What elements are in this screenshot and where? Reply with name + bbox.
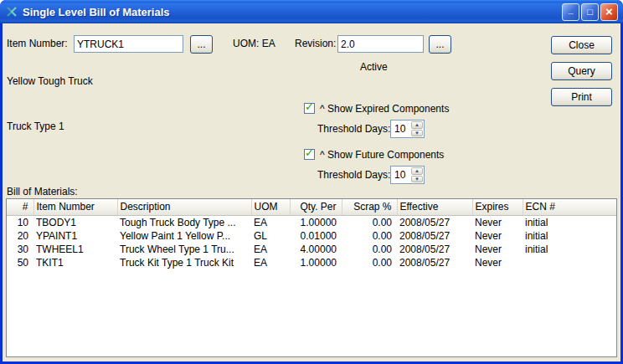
revision-input[interactable]	[337, 35, 424, 53]
future-threshold-label: Threshold Days:	[317, 169, 390, 181]
show-expired-label: ^ Show Expired Components	[320, 103, 449, 115]
bom-cell: Never	[472, 229, 523, 243]
bom-cell: 4.00000	[290, 243, 342, 256]
bom-section-label: Bill of Materials:	[7, 186, 78, 197]
titlebar[interactable]: Single Level Bill of Materials _ □ ×	[0, 0, 623, 23]
column-header[interactable]: #	[7, 199, 33, 215]
spin-up-icon[interactable]: ▲	[411, 121, 423, 129]
bom-cell: EA	[251, 256, 290, 269]
close-icon: ×	[605, 5, 613, 18]
bom-cell: 20	[7, 229, 33, 243]
maximize-button[interactable]: □	[581, 3, 599, 21]
bom-cell: EA	[251, 243, 290, 256]
maximize-icon: □	[587, 7, 593, 17]
column-header[interactable]: Qty. Per	[290, 199, 342, 215]
bom-cell: 2008/05/27	[397, 243, 472, 256]
bom-row[interactable]: 20YPAINT1Yellow Paint 1 Yellow P...GL0.0…	[7, 229, 616, 243]
spinner-buttons: ▲ ▼	[411, 167, 424, 183]
app-icon	[5, 5, 18, 18]
item-browse-button[interactable]: ...	[190, 35, 213, 54]
expired-threshold-label: Threshold Days:	[317, 123, 390, 135]
bom-cell: 0.00	[342, 229, 397, 243]
bom-cell: 2008/05/27	[397, 215, 472, 229]
print-button[interactable]: Print	[551, 88, 612, 106]
expired-threshold-value[interactable]: 10	[391, 120, 411, 137]
bom-cell: initial	[523, 243, 616, 256]
spin-down-icon[interactable]: ▼	[411, 130, 423, 137]
bom-cell: 0.00	[342, 243, 397, 256]
bom-cell: TWHEEL1	[33, 243, 117, 256]
column-header[interactable]: UOM	[251, 199, 290, 215]
column-header[interactable]: Expires	[472, 199, 523, 215]
close-window-button[interactable]: ×	[600, 3, 618, 21]
column-header[interactable]: Effective	[397, 199, 472, 215]
column-header[interactable]: Item Number	[33, 199, 117, 215]
bom-cell: 1.00000	[290, 256, 342, 269]
bom-window: Single Level Bill of Materials _ □ × Ite…	[0, 0, 623, 364]
show-future-label: ^ Show Future Components	[320, 149, 444, 161]
bom-row[interactable]: 30TWHEEL1Truck Wheel Type 1 Tru...EA4.00…	[7, 243, 616, 256]
query-button[interactable]: Query	[551, 62, 612, 80]
bom-cell: TKIT1	[33, 256, 117, 269]
close-button[interactable]: Close	[551, 36, 612, 54]
bom-table[interactable]: #Item NumberDescriptionUOMQty. PerScrap …	[6, 198, 617, 357]
checkmark-icon: ✓	[305, 146, 314, 159]
window-content: Item Number: ... UOM: EA Revision: ... A…	[3, 23, 620, 361]
future-threshold-value[interactable]: 10	[391, 167, 411, 183]
bom-cell: 2008/05/27	[397, 256, 472, 269]
bom-cell: 0.00	[342, 256, 397, 269]
expired-threshold-spinner[interactable]: 10 ▲ ▼	[390, 120, 425, 138]
bom-cell: initial	[523, 215, 616, 229]
bom-cell: 10	[7, 215, 33, 229]
future-threshold-spinner[interactable]: 10 ▲ ▼	[390, 166, 425, 184]
bom-cell: EA	[251, 215, 290, 229]
bom-cell: Truck Kit Type 1 Truck Kit	[117, 256, 251, 269]
minimize-button[interactable]: _	[562, 3, 579, 21]
spin-down-icon[interactable]: ▼	[411, 176, 423, 183]
bom-cell: initial	[523, 229, 616, 243]
item-number-label: Item Number:	[7, 38, 68, 49]
column-header[interactable]: Description	[117, 199, 251, 215]
bom-cell: 2008/05/27	[397, 229, 472, 243]
revision-browse-button[interactable]: ...	[429, 35, 451, 54]
revision-status-label: Active	[360, 61, 388, 73]
minimize-icon: _	[568, 4, 573, 14]
bom-cell: 0.01000	[290, 229, 342, 243]
window-title: Single Level Bill of Materials	[23, 6, 170, 18]
bom-cell: Yellow Paint 1 Yellow P...	[117, 229, 251, 243]
spin-up-icon[interactable]: ▲	[411, 167, 423, 175]
bom-cell	[523, 256, 616, 269]
item-type-label: Truck Type 1	[7, 120, 64, 132]
bom-row[interactable]: 10TBODY1Tough Truck Body Type ...EA1.000…	[7, 215, 616, 229]
column-header[interactable]: Scrap %	[342, 199, 397, 215]
bom-cell: GL	[251, 229, 290, 243]
revision-label: Revision:	[295, 38, 336, 49]
checkmark-icon: ✓	[305, 100, 314, 113]
bom-cell: 50	[7, 256, 33, 269]
bom-cell: Never	[472, 243, 523, 256]
bom-cell: 1.00000	[290, 215, 342, 229]
spinner-buttons: ▲ ▼	[411, 120, 424, 137]
bom-cell: 0.00	[342, 215, 397, 229]
bom-cell: 30	[7, 243, 33, 256]
bom-row[interactable]: 50TKIT1Truck Kit Type 1 Truck KitEA1.000…	[7, 256, 616, 269]
item-description-label: Yellow Tough Truck	[7, 75, 93, 87]
titlebar-buttons: _ □ ×	[562, 3, 618, 21]
bom-header-row: #Item NumberDescriptionUOMQty. PerScrap …	[7, 199, 616, 215]
item-number-input[interactable]	[74, 35, 183, 53]
bom-cell: Never	[472, 256, 523, 269]
show-future-checkbox[interactable]: ✓	[304, 149, 315, 160]
show-expired-checkbox[interactable]: ✓	[304, 103, 315, 114]
column-header[interactable]: ECN #	[523, 199, 616, 215]
bom-cell: TBODY1	[33, 215, 117, 229]
bom-cell: Never	[472, 215, 523, 229]
uom-label: UOM: EA	[233, 38, 275, 49]
bom-cell: YPAINT1	[33, 229, 117, 243]
bom-cell: Truck Wheel Type 1 Tru...	[117, 243, 251, 256]
bom-cell: Tough Truck Body Type ...	[117, 215, 251, 229]
